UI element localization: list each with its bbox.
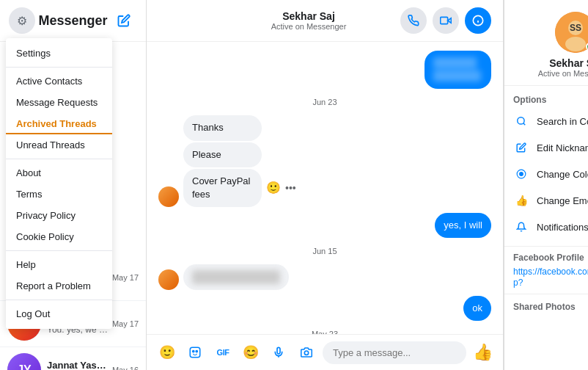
menu-log-out[interactable]: Log Out: [6, 303, 112, 324]
svg-point-6: [193, 350, 194, 352]
option-label: Edit Nicknames: [537, 142, 588, 153]
color-icon: [513, 166, 529, 182]
menu-about[interactable]: About: [6, 162, 112, 184]
avatar: [158, 186, 179, 207]
chat-header: Sekhar Saj Active on Messenger: [147, 0, 503, 42]
divider: [6, 300, 112, 300]
menu-unread-threads[interactable]: Unread Threads: [6, 134, 112, 156]
sidebar: ⚙ Messenger Settings Active Contacts Mes…: [0, 0, 147, 370]
message-bubble: yes, I see. blurred text: [425, 51, 491, 89]
right-panel: SS ⚙ Sekhar Saj Active on Messenger Opti…: [504, 0, 588, 370]
divider: [6, 250, 112, 251]
option-label: Change Emoji: [537, 195, 588, 206]
conv-time: May 16: [112, 366, 139, 370]
menu-cookie-policy[interactable]: Cookie Policy: [6, 226, 112, 247]
main-chat: Sekhar Saj Active on Messenger yes, I se…: [147, 0, 504, 370]
message-with-actions: Cover PayPal fees 🙂 •••: [183, 169, 314, 207]
conv-meta: May 17: [112, 273, 139, 282]
menu-privacy-policy[interactable]: Privacy Policy: [6, 205, 112, 226]
sidebar-title: Messenger: [35, 13, 111, 29]
message-bubble: Cover PayPal fees: [183, 169, 262, 207]
gear-icon[interactable]: ⚙: [9, 7, 35, 34]
chat-contact-status: Active on Messenger: [271, 22, 347, 31]
profile-avatar: SS: [555, 12, 588, 53]
conv-time: May 17: [112, 273, 139, 282]
compose-icon[interactable]: [111, 7, 137, 34]
menu-settings[interactable]: Settings: [6, 43, 112, 64]
emoji-reaction[interactable]: 🙂: [266, 181, 281, 195]
options-section: Options ••• Search in Conversation Edit …: [504, 86, 588, 247]
conv-time: May 17: [112, 319, 139, 328]
emoji-icon: 👍: [513, 192, 529, 208]
menu-report-problem[interactable]: Report a Problem: [6, 275, 112, 297]
svg-point-9: [304, 351, 308, 355]
dropdown-menu: Settings Active Contacts Message Request…: [6, 38, 112, 329]
profile-status: Active on Messenger: [538, 69, 588, 78]
message-bubble: yes, I will: [435, 213, 491, 238]
option-notifications[interactable]: Notifications: [504, 214, 588, 240]
emoji-button[interactable]: 😊: [239, 341, 262, 364]
svg-point-7: [196, 350, 197, 352]
svg-rect-1: [441, 17, 448, 23]
chat-contact-name: Sekhar Saj: [271, 10, 347, 22]
conv-name: Jannat Yasser: [47, 360, 109, 371]
shared-photos-header: Shared Photos •••: [513, 300, 588, 313]
more-options[interactable]: •••: [285, 182, 296, 194]
svg-text:SS: SS: [570, 23, 581, 33]
edit-icon: [513, 139, 529, 156]
option-nicknames[interactable]: Edit Nicknames: [504, 134, 588, 161]
svg-rect-5: [190, 347, 200, 358]
avatar: [158, 269, 179, 290]
timestamp: Jun 23: [158, 98, 491, 106]
conversation-item[interactable]: JY Jannat Yasser Okey May 16: [0, 347, 146, 370]
mic-button[interactable]: [267, 341, 290, 364]
chat-header-actions: [400, 7, 491, 34]
message-bubble: blurred content here: [183, 264, 289, 289]
emoji-picker-button[interactable]: 🙂: [155, 341, 179, 364]
menu-archived-threads[interactable]: Archived Threads: [6, 113, 112, 134]
facebook-profile-section: Facebook Profile https://facebook.com/pr…: [504, 247, 588, 294]
message-row: yes, I will: [158, 213, 491, 238]
menu-help[interactable]: Help: [6, 254, 112, 275]
call-button[interactable]: [400, 7, 427, 34]
message-bubble: Thanks: [183, 115, 262, 140]
option-emoji[interactable]: 👍 Change Emoji: [504, 187, 588, 214]
divider: [6, 67, 112, 68]
facebook-profile-link[interactable]: https://facebook.com/profile.php?: [513, 266, 588, 288]
message-input[interactable]: [323, 341, 466, 364]
gif-button[interactable]: GIF: [211, 341, 235, 364]
notification-icon: [513, 219, 529, 235]
facebook-profile-title: Facebook Profile: [513, 253, 588, 263]
option-color[interactable]: Change Color: [504, 161, 588, 187]
sticker-button[interactable]: [183, 341, 207, 364]
svg-point-14: [518, 117, 524, 124]
option-label: Notifications: [537, 222, 588, 233]
options-title: Options: [513, 95, 546, 105]
avatar: JY: [7, 353, 41, 370]
option-label: Change Color: [537, 169, 588, 180]
option-search[interactable]: Search in Conversation: [504, 108, 588, 134]
video-button[interactable]: [433, 7, 459, 34]
menu-message-requests[interactable]: Message Requests: [6, 92, 112, 113]
sidebar-header: ⚙ Messenger: [0, 0, 146, 42]
message-stack: Thanks Please Cover PayPal fees 🙂 •••: [183, 115, 314, 207]
profile-name: Sekhar Saj: [549, 57, 588, 69]
camera-button[interactable]: [295, 341, 318, 364]
menu-active-contacts[interactable]: Active Contacts: [6, 70, 112, 92]
menu-terms[interactable]: Terms: [6, 184, 112, 205]
message-bubble: Please: [183, 142, 262, 167]
shared-photos-section: Shared Photos •••: [504, 294, 588, 319]
like-send-button[interactable]: 👍: [471, 341, 494, 364]
conv-info: Jannat Yasser Okey: [47, 360, 109, 371]
info-button[interactable]: [465, 7, 491, 34]
svg-point-17: [520, 173, 523, 176]
option-label: Search in Conversation: [537, 116, 588, 127]
chat-input-area: 🙂 GIF 😊 👍: [147, 334, 503, 370]
profile-section: SS ⚙ Sekhar Saj Active on Messenger: [504, 0, 588, 86]
timestamp: Jun 15: [158, 247, 491, 255]
chat-header-info: Sekhar Saj Active on Messenger: [271, 10, 347, 31]
divider: [6, 159, 112, 159]
conv-meta: May 16: [112, 366, 139, 370]
profile-header-row: SS ⚙: [513, 12, 588, 57]
options-header: Options •••: [504, 92, 588, 108]
